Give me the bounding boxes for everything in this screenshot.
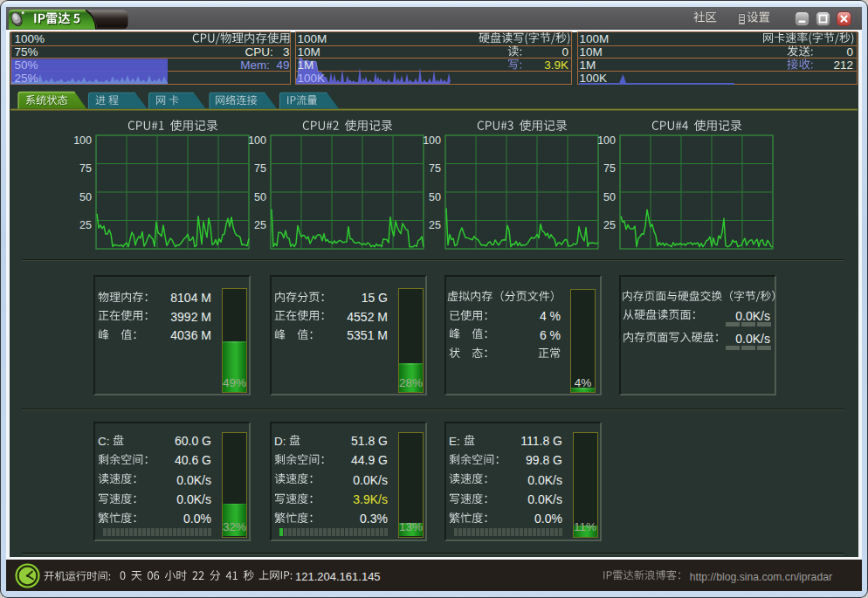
svg-text:25: 25 [79, 219, 92, 231]
svg-text:75: 75 [79, 162, 92, 175]
svg-text:100: 100 [597, 134, 616, 147]
svg-text:25: 25 [429, 219, 441, 231]
svg-text:100: 100 [73, 134, 92, 147]
svg-text:50: 50 [254, 191, 266, 203]
svg-text:75: 75 [429, 162, 441, 175]
svg-text:50: 50 [603, 191, 616, 203]
svg-text:25: 25 [254, 219, 266, 231]
svg-text:100: 100 [423, 134, 441, 147]
svg-text:100: 100 [248, 134, 266, 147]
svg-text:75: 75 [254, 162, 266, 175]
svg-text:50: 50 [429, 191, 441, 203]
svg-text:50: 50 [79, 191, 92, 203]
svg-text:75: 75 [603, 162, 616, 175]
svg-text:25: 25 [603, 219, 616, 231]
